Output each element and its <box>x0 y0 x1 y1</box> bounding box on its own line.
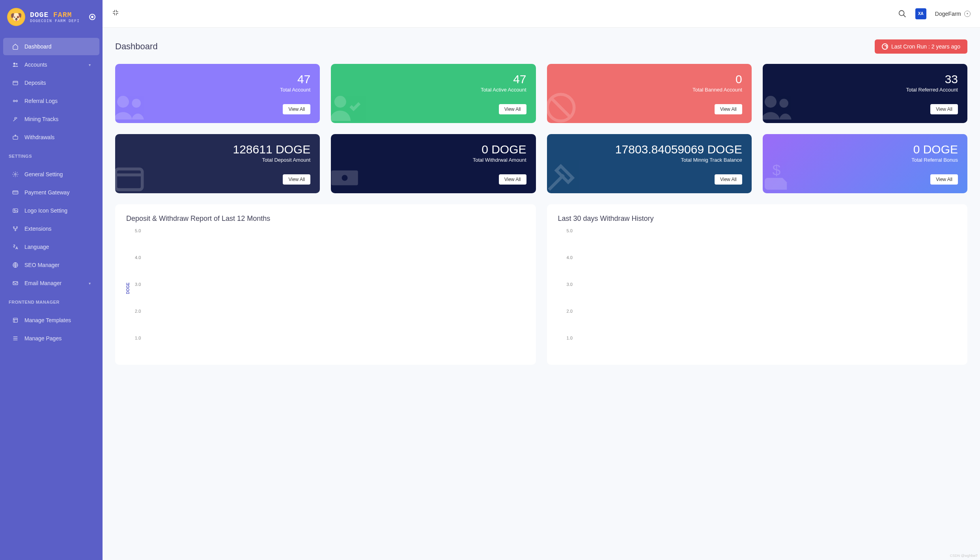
sidebar-item-seo-manager[interactable]: SEO Manager <box>3 256 99 274</box>
globe-icon <box>12 262 19 268</box>
search-icon[interactable] <box>898 9 907 18</box>
sidebar-item-label: Logo Icon Setting <box>24 207 67 214</box>
user-menu[interactable]: DogeFarm ▾ <box>935 11 971 17</box>
y-tick: 4.0 <box>135 255 141 260</box>
view-all-button[interactable]: View All <box>930 104 958 114</box>
svg-point-12 <box>15 230 16 231</box>
users-icon <box>115 90 147 123</box>
page-title: Dashboard <box>115 41 158 52</box>
stat-card-total-active-account: 47Total Active AccountView All <box>331 64 536 123</box>
svg-point-10 <box>13 227 15 228</box>
stat-label: Total Banned Account <box>556 87 742 93</box>
sidebar-item-manage-templates[interactable]: Manage Templates <box>3 312 99 329</box>
sidebar-item-payment-gateway[interactable]: Payment Gateway <box>3 184 99 201</box>
nav-settings: General SettingPayment GatewayLogo Icon … <box>0 165 103 293</box>
content: Dashboard Last Cron Run : 2 years ago 47… <box>103 28 980 377</box>
stat-card-total-deposit-amount: 128611 DOGETotal Deposit AmountView All <box>115 134 320 193</box>
sidebar-item-label: Manage Pages <box>24 335 62 342</box>
y-tick: 1.0 <box>567 336 573 340</box>
sidebar: 🐶 DOGE FARM DOGECOIN FARM DEFI Dashboard… <box>0 0 103 560</box>
template-icon <box>12 317 19 323</box>
sidebar-item-label: Mining Tracks <box>24 116 58 122</box>
clock-icon <box>882 43 888 50</box>
view-all-button[interactable]: View All <box>715 104 742 114</box>
stat-card-total-minnig-track-balance: 17803.84059069 DOGETotal Minnig Track Ba… <box>547 134 752 193</box>
y-tick: 3.0 <box>135 282 141 287</box>
section-header-settings: SETTINGS <box>0 147 103 162</box>
svg-point-3 <box>13 100 15 102</box>
stat-label: Total Referral Bonus <box>772 157 958 163</box>
y-tick: 2.0 <box>135 309 141 314</box>
stat-value: 47 <box>125 73 310 86</box>
puzzle-icon <box>12 226 19 232</box>
stat-label: Total Deposit Amount <box>125 157 310 163</box>
sidebar-item-general-setting[interactable]: General Setting <box>3 166 99 183</box>
svg-rect-5 <box>13 136 18 139</box>
stat-card-total-banned-account: 0Total Banned AccountView All <box>547 64 752 123</box>
sidebar-item-accounts[interactable]: Accounts▾ <box>3 56 99 73</box>
sidebar-item-referral-logs[interactable]: Referral Logs <box>3 92 99 110</box>
stat-card-total-referred-account: 33Total Referred AccountView All <box>763 64 967 123</box>
svg-rect-15 <box>13 318 18 323</box>
sidebar-item-dashboard[interactable]: Dashboard <box>3 38 99 55</box>
users-icon <box>12 62 19 68</box>
home-icon <box>12 43 19 50</box>
svg-point-11 <box>17 227 18 228</box>
sidebar-item-manage-pages[interactable]: Manage Pages <box>3 330 99 347</box>
view-all-button[interactable]: View All <box>283 104 310 114</box>
sidebar-item-email-manager[interactable]: Email Manager▾ <box>3 274 99 292</box>
view-all-button[interactable]: View All <box>499 104 526 114</box>
stat-label: Total Referred Account <box>772 87 958 93</box>
lang-icon <box>12 244 19 250</box>
cron-status-badge[interactable]: Last Cron Run : 2 years ago <box>875 39 967 54</box>
chart-right: 5.04.03.02.01.0 <box>567 231 957 365</box>
svg-rect-24 <box>116 169 142 190</box>
nav-main: DashboardAccounts▾DepositsReferral LogsM… <box>0 37 103 147</box>
stat-cards-grid: 47Total AccountView All47Total Active Ac… <box>115 64 967 193</box>
y-tick: 2.0 <box>567 309 573 314</box>
y-tick: 3.0 <box>567 282 573 287</box>
sidebar-item-withdrawals[interactable]: Withdrawals <box>3 129 99 146</box>
svg-point-9 <box>14 209 15 211</box>
pages-icon <box>12 335 19 342</box>
sidebar-item-label: General Setting <box>24 171 63 177</box>
svg-line-17 <box>903 15 906 17</box>
user-avatar-badge[interactable]: XA <box>915 8 926 19</box>
svg-point-18 <box>117 96 129 108</box>
sidebar-item-label: Email Manager <box>24 280 62 286</box>
view-all-button[interactable]: View All <box>715 174 742 185</box>
users-icon <box>763 90 794 123</box>
topbar: XA DogeFarm ▾ <box>103 0 980 28</box>
stat-value: 0 DOGE <box>340 143 526 156</box>
brand-tagline: DOGECOIN FARM DEFI <box>30 19 80 23</box>
stat-card-total-referral-bonus: $0 DOGETotal Referral BonusView All <box>763 134 967 193</box>
view-all-button[interactable]: View All <box>930 174 958 185</box>
gear-icon <box>12 171 19 177</box>
usercheck-icon <box>331 90 362 123</box>
brand-name-2: FARM <box>53 11 72 19</box>
main-area: XA DogeFarm ▾ Dashboard Last Cron Run : … <box>103 0 980 560</box>
sidebar-item-label: Referral Logs <box>24 98 58 104</box>
stat-label: Total Withdrwal Amount <box>340 157 526 163</box>
svg-point-4 <box>16 100 17 102</box>
ban-icon <box>547 90 579 123</box>
cron-status-label: Last Cron Run : 2 years ago <box>891 43 960 50</box>
svg-point-22 <box>765 96 777 108</box>
sidebar-pin-icon[interactable] <box>89 14 95 20</box>
view-all-button[interactable]: View All <box>499 174 526 185</box>
svg-point-1 <box>16 63 17 65</box>
sidebar-item-extensions[interactable]: Extensions <box>3 220 99 237</box>
referral-icon <box>12 98 19 104</box>
sidebar-item-language[interactable]: Language <box>3 238 99 256</box>
svg-rect-7 <box>13 191 18 194</box>
svg-point-23 <box>779 99 788 108</box>
sidebar-item-label: Withdrawals <box>24 134 54 140</box>
sidebar-item-label: Language <box>24 244 49 250</box>
stat-value: 17803.84059069 DOGE <box>556 143 742 156</box>
view-all-button[interactable]: View All <box>283 174 310 185</box>
nav-frontend: Manage TemplatesManage Pages <box>0 311 103 348</box>
sidebar-item-deposits[interactable]: Deposits <box>3 74 99 91</box>
collapse-icon[interactable] <box>112 9 119 18</box>
sidebar-item-mining-tracks[interactable]: Mining Tracks <box>3 110 99 128</box>
sidebar-item-logo-icon-setting[interactable]: Logo Icon Setting <box>3 202 99 219</box>
